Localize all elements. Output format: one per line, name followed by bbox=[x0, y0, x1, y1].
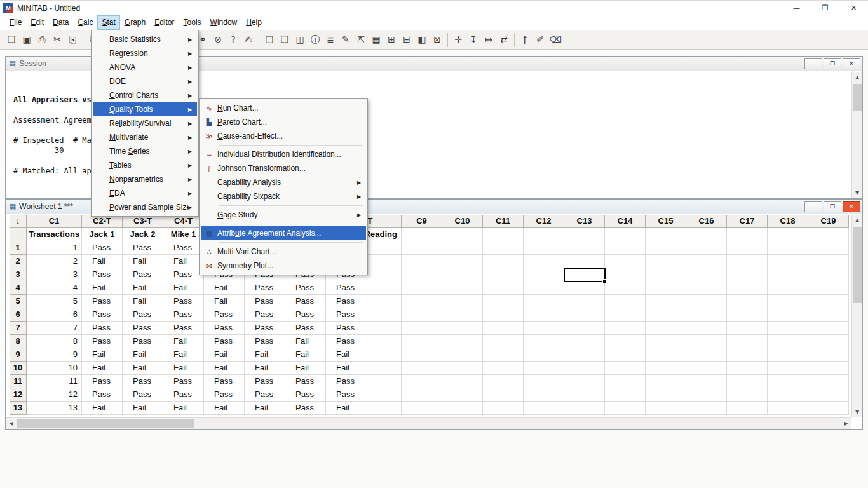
grid-cell[interactable] bbox=[483, 255, 524, 268]
grid-cell[interactable]: Fail bbox=[326, 402, 402, 415]
grid-cell[interactable]: Pass bbox=[204, 335, 245, 348]
grid-cell[interactable]: 12 bbox=[27, 388, 82, 402]
grid-cell[interactable] bbox=[564, 295, 605, 308]
grid-cell[interactable] bbox=[524, 402, 564, 415]
grid-cell[interactable] bbox=[768, 335, 808, 348]
grid-cell[interactable]: 7 bbox=[27, 322, 82, 335]
grid-cell[interactable]: Pass bbox=[163, 241, 204, 255]
grid-cell[interactable]: Fail bbox=[204, 281, 245, 295]
grid-cell[interactable]: Pass bbox=[285, 295, 326, 308]
column-header-c9[interactable]: C9 bbox=[402, 215, 442, 228]
menu-graph[interactable]: Graph bbox=[120, 15, 150, 30]
grid-cell[interactable]: Fail bbox=[123, 295, 163, 308]
grid-cell[interactable]: Pass bbox=[82, 335, 123, 348]
grid-cell[interactable]: Pass bbox=[163, 268, 204, 281]
grid-cell[interactable]: Fail bbox=[204, 348, 245, 362]
grid-cell[interactable] bbox=[402, 322, 442, 335]
grid-cell[interactable] bbox=[442, 362, 483, 375]
row-header-4[interactable]: 4 bbox=[10, 281, 27, 295]
column-name-c4-t[interactable]: Mike 1 bbox=[163, 228, 204, 241]
show-worksheets-folder-button[interactable]: ❒ bbox=[277, 32, 292, 48]
grid-cell[interactable]: Fail bbox=[163, 255, 204, 268]
grid-cell[interactable] bbox=[402, 388, 442, 402]
grid-cell[interactable] bbox=[564, 362, 605, 375]
grid-cell[interactable]: Pass bbox=[82, 375, 123, 388]
grid-cell[interactable]: 6 bbox=[27, 308, 82, 322]
show-session-folder-button[interactable]: ❑ bbox=[262, 32, 277, 48]
grid-cell[interactable]: 1 bbox=[27, 241, 82, 255]
grid-cell[interactable] bbox=[646, 388, 686, 402]
grid-cell[interactable]: Pass bbox=[82, 322, 123, 335]
grid-cell[interactable] bbox=[402, 335, 442, 348]
grid-cell[interactable] bbox=[727, 322, 768, 335]
grid-cell[interactable]: 13 bbox=[27, 402, 82, 415]
grid-cell[interactable] bbox=[605, 281, 646, 295]
grid-cell[interactable] bbox=[605, 241, 646, 255]
menu-item-pareto-chart[interactable]: ▙Pareto Chart... bbox=[201, 115, 366, 129]
menu-item-multivariate[interactable]: Multivariate▶ bbox=[93, 130, 197, 144]
column-header-c3-t[interactable]: C3-T bbox=[123, 215, 163, 228]
grid-cell[interactable] bbox=[605, 388, 646, 402]
close-button[interactable]: ✕ bbox=[839, 1, 868, 16]
menu-item-reliability-survival[interactable]: Reliability/Survival▶ bbox=[93, 116, 197, 130]
grid-cell[interactable]: 2 bbox=[27, 255, 82, 268]
scroll-down-icon[interactable]: ▼ bbox=[852, 187, 862, 198]
menu-item-control-charts[interactable]: Control Charts▶ bbox=[93, 88, 197, 102]
grid-cell[interactable]: 9 bbox=[27, 348, 82, 362]
show-design-button[interactable]: ▦ bbox=[369, 32, 384, 48]
grid-cell[interactable] bbox=[442, 375, 483, 388]
column-name-c12[interactable] bbox=[524, 228, 564, 241]
grid-cell[interactable]: Pass bbox=[123, 241, 163, 255]
menu-item-time-series[interactable]: Time Series▶ bbox=[93, 144, 197, 158]
column-header-c12[interactable]: C12 bbox=[524, 215, 564, 228]
grid-cell[interactable] bbox=[808, 388, 849, 402]
grid-cell[interactable]: Fail bbox=[204, 362, 245, 375]
minimize-button[interactable]: — bbox=[782, 1, 811, 16]
grid-cell[interactable] bbox=[524, 362, 564, 375]
grid-cell[interactable] bbox=[686, 255, 727, 268]
grid-cell[interactable]: Fail bbox=[204, 295, 245, 308]
column-header-c10[interactable]: C10 bbox=[442, 215, 483, 228]
grid-cell[interactable]: Pass bbox=[123, 322, 163, 335]
show-info-button[interactable]: ⓘ bbox=[308, 32, 323, 48]
grid-cell[interactable]: Pass bbox=[204, 322, 245, 335]
grid-cell[interactable] bbox=[808, 281, 849, 295]
scroll-up-icon[interactable]: ▲ bbox=[852, 215, 862, 226]
grid-cell[interactable] bbox=[605, 322, 646, 335]
data-window-button[interactable]: ⊟ bbox=[399, 32, 414, 48]
grid-cell[interactable] bbox=[808, 402, 849, 415]
clear-formula-button[interactable]: ⌫ bbox=[548, 32, 563, 48]
grid-cell[interactable] bbox=[564, 241, 605, 255]
grid-cell[interactable]: Fail bbox=[123, 255, 163, 268]
grid-cell[interactable]: Pass bbox=[204, 375, 245, 388]
grid-cell[interactable] bbox=[402, 241, 442, 255]
column-name-c10[interactable] bbox=[442, 228, 483, 241]
grid-cell[interactable]: Pass bbox=[326, 295, 402, 308]
grid-cell[interactable]: Pass bbox=[245, 335, 285, 348]
column-name-c17[interactable] bbox=[727, 228, 768, 241]
worksheet-vscroll-track[interactable] bbox=[852, 226, 862, 407]
menu-item-multi-vari-chart[interactable]: ∴Multi-Vari Chart... bbox=[201, 245, 366, 259]
grid-cell[interactable] bbox=[442, 348, 483, 362]
column-name-c3-t[interactable]: Jack 2 bbox=[123, 228, 163, 241]
show-reportpad-button[interactable]: ✎ bbox=[338, 32, 353, 48]
grid-cell[interactable] bbox=[483, 388, 524, 402]
grid-cell[interactable] bbox=[727, 402, 768, 415]
grid-cell[interactable] bbox=[524, 388, 564, 402]
grid-cell[interactable] bbox=[768, 308, 808, 322]
menu-help[interactable]: Help bbox=[241, 15, 266, 30]
grid-cell[interactable]: Fail bbox=[163, 402, 204, 415]
grid-cell[interactable] bbox=[442, 402, 483, 415]
grid-cell[interactable]: Fail bbox=[245, 402, 285, 415]
grid-cell[interactable] bbox=[686, 335, 727, 348]
data-entry-arrow[interactable]: ↓ bbox=[10, 215, 27, 228]
grid-cell[interactable]: Fail bbox=[204, 402, 245, 415]
grid-cell[interactable]: Fail bbox=[123, 362, 163, 375]
grid-cell[interactable]: Fail bbox=[123, 348, 163, 362]
grid-cell[interactable]: Fail bbox=[82, 348, 123, 362]
menu-stat[interactable]: Stat bbox=[97, 15, 119, 30]
grid-cell[interactable] bbox=[442, 281, 483, 295]
grid-cell[interactable] bbox=[768, 362, 808, 375]
grid-cell[interactable] bbox=[442, 255, 483, 268]
scroll-down-icon[interactable]: ▼ bbox=[852, 407, 862, 417]
